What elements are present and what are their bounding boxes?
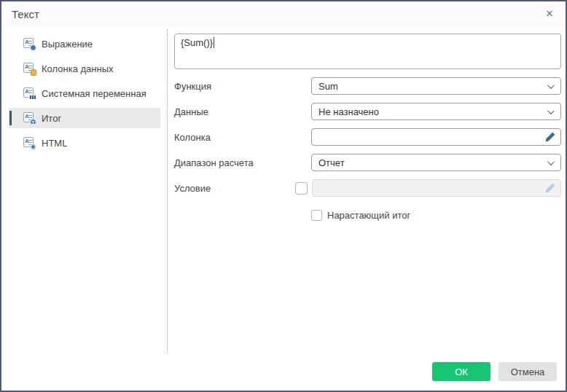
edit-pencil-icon[interactable] xyxy=(544,131,556,143)
sidebar-divider xyxy=(167,29,168,353)
chevron-down-icon xyxy=(547,82,555,89)
column-label: Колонка xyxy=(174,132,311,143)
close-icon[interactable]: × xyxy=(541,5,558,23)
column-row: Колонка xyxy=(174,128,561,146)
running-total-row: Нарастающий итог xyxy=(311,206,561,224)
total-settings-panel: {Sum()} Функция Sum Данные Не назначено … xyxy=(174,34,561,224)
data-value: Не назначено xyxy=(318,106,379,117)
data-select[interactable]: Не назначено xyxy=(311,103,561,120)
expression-value: {Sum()} xyxy=(181,37,214,48)
range-row: Диапазон расчета Отчет xyxy=(174,154,561,171)
cancel-button[interactable]: Отмена xyxy=(498,362,557,381)
column-input[interactable] xyxy=(311,128,561,146)
chevron-down-icon xyxy=(547,158,555,165)
condition-row: Условие xyxy=(174,179,561,197)
dialog-footer: ОК Отмена xyxy=(432,362,557,381)
data-label: Данные xyxy=(174,106,311,117)
data-column-icon xyxy=(23,63,36,74)
total-sigma-icon: Σ xyxy=(23,112,36,124)
text-dialog: Текст × Выражение Колонка данных Системн… xyxy=(0,0,567,392)
sidebar-item-label: Колонка данных xyxy=(42,63,114,74)
expression-icon xyxy=(23,38,36,50)
range-label: Диапазон расчета xyxy=(174,157,311,168)
sidebar-item-system-variable[interactable]: Системная переменная xyxy=(9,83,160,103)
sidebar-item-total[interactable]: Σ Итог xyxy=(9,108,160,128)
range-value: Отчет xyxy=(318,157,345,168)
ok-button[interactable]: ОК xyxy=(432,362,490,381)
condition-label: Условие xyxy=(174,183,295,194)
title-bar: Текст × xyxy=(1,1,566,28)
condition-input[interactable] xyxy=(312,179,561,197)
running-total-checkbox[interactable] xyxy=(311,210,322,221)
system-variable-icon xyxy=(23,87,36,99)
function-row: Функция Sum xyxy=(174,77,561,95)
sidebar-item-label: Итог xyxy=(42,113,61,124)
condition-checkbox[interactable] xyxy=(295,182,308,195)
sidebar-item-label: Выражение xyxy=(42,39,93,50)
expression-input[interactable]: {Sum()} xyxy=(174,34,561,69)
sidebar: Выражение Колонка данных Системная перем… xyxy=(9,34,160,157)
range-select[interactable]: Отчет xyxy=(311,154,561,171)
function-value: Sum xyxy=(318,81,338,92)
sidebar-item-html[interactable]: HTML xyxy=(9,133,160,153)
dialog-title: Текст xyxy=(12,8,39,20)
function-label: Функция xyxy=(174,81,311,92)
html-globe-icon xyxy=(23,137,36,149)
sidebar-item-expression[interactable]: Выражение xyxy=(9,34,160,54)
running-total-label: Нарастающий итог xyxy=(327,210,410,221)
sidebar-item-label: HTML xyxy=(42,138,67,149)
sidebar-item-label: Системная переменная xyxy=(42,88,146,99)
edit-pencil-icon-disabled xyxy=(544,182,556,194)
chevron-down-icon xyxy=(547,107,555,114)
function-select[interactable]: Sum xyxy=(311,77,561,95)
data-row: Данные Не назначено xyxy=(174,103,561,120)
sidebar-item-data-column[interactable]: Колонка данных xyxy=(9,58,160,79)
